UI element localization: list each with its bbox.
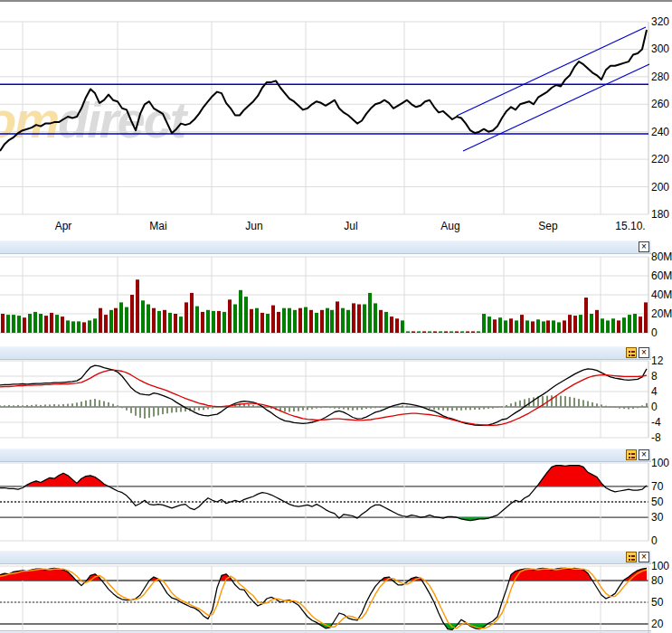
y-axis-label: 0 <box>651 401 658 413</box>
y-axis-label: 12 <box>651 354 663 367</box>
x-axis-label: Mai <box>149 220 166 232</box>
y-axis-label: 180 <box>651 208 669 221</box>
y-axis-label: 80M <box>651 250 672 263</box>
y-axis-label: 8 <box>651 370 658 383</box>
y-axis-label: 100 <box>651 457 669 469</box>
x-axis-label: 15.10. <box>615 220 645 232</box>
x-axis-label: Jul <box>344 220 357 232</box>
y-axis-label: 20M <box>651 307 672 320</box>
y-axis-label: 280 <box>651 71 669 83</box>
y-axis-label: 220 <box>651 153 669 165</box>
y-axis-label: 100 <box>651 560 669 572</box>
y-axis-label: 4 <box>651 385 658 398</box>
y-axis-label: 240 <box>651 126 669 138</box>
x-axis-label: Sep <box>538 220 557 232</box>
y-axis-label: 50 <box>651 496 663 508</box>
y-axis-label: 60M <box>651 269 672 282</box>
x-axis-label: Aug <box>440 220 459 232</box>
y-axis-label: 80 <box>651 574 663 587</box>
y-axis-label: 30 <box>651 511 663 524</box>
y-axis-label: 200 <box>651 181 669 194</box>
y-axis-label: -4 <box>651 416 661 429</box>
y-axis-label: 50 <box>651 596 663 609</box>
y-axis-label: -8 <box>651 431 661 444</box>
x-axis-label: Apr <box>55 220 72 232</box>
y-axis-label: 70 <box>651 480 663 493</box>
y-axis-label: 20 <box>651 618 663 630</box>
x-axis-label: Jun <box>245 220 262 232</box>
chart-canvas[interactable] <box>0 0 672 633</box>
y-axis-label: 320 <box>651 15 669 28</box>
y-axis-label: 260 <box>651 98 669 110</box>
chart-application: omdirect × × × × 32030028026024022020018… <box>0 0 672 633</box>
y-axis-label: 300 <box>651 43 669 55</box>
y-axis-label: 0 <box>651 326 658 339</box>
y-axis-label: 0 <box>651 534 658 547</box>
y-axis-label: 40M <box>651 288 672 301</box>
